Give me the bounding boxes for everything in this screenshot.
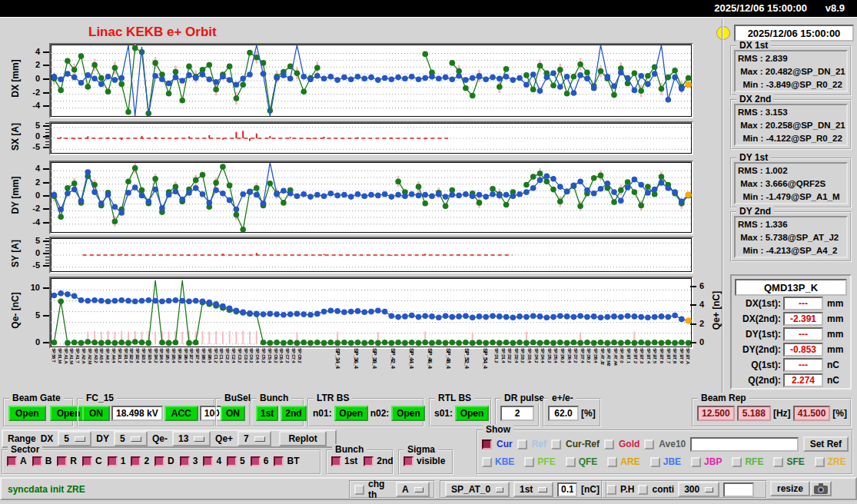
bunch-1st-button[interactable]: 1st (256, 406, 278, 421)
rtl-s01-button[interactable]: Open (455, 406, 489, 421)
show-ave10-checkbox[interactable] (644, 439, 654, 449)
bunch-1st-checkbox[interactable] (331, 456, 341, 466)
range-dy-label: DY (96, 433, 109, 444)
sector-a-checkbox[interactable] (7, 456, 17, 466)
bpm-x-label: SP_BT_7 (666, 348, 671, 391)
show-sfe-checkbox[interactable] (773, 457, 783, 467)
bunch-group: Bunch 1st2nd (251, 398, 304, 427)
bpm-x-label: SP_B3_2 (141, 348, 146, 391)
show-kbe-item: KBE (482, 456, 514, 467)
bpm-select[interactable]: SP_AT_0 (445, 482, 510, 497)
replot-button[interactable]: Replot (279, 431, 327, 446)
chg-th-checkbox[interactable] (354, 485, 364, 495)
status-message: syncdata init ZRE (8, 484, 85, 495)
bunch-select[interactable]: 1st (513, 482, 553, 497)
sector-1-checkbox[interactable] (108, 456, 118, 466)
fc15-acc-button[interactable]: ACC (164, 406, 198, 421)
range-qep-select[interactable]: 7 (238, 431, 271, 446)
sector-3-checkbox[interactable] (180, 456, 190, 466)
axis-tick-label: 0 (35, 248, 40, 257)
ph-checkbox[interactable] (606, 485, 616, 495)
ltr-n01-button[interactable]: Open (334, 406, 368, 421)
axis-tick-mark (43, 65, 49, 66)
show-qfe-checkbox[interactable] (566, 457, 576, 467)
resize-button[interactable]: resize (770, 481, 810, 496)
axis-tick-label: 0 (699, 337, 704, 346)
bpm-x-label: SP_D7_4 (580, 348, 585, 391)
conti-checkbox[interactable] (638, 485, 648, 495)
show-pfe-checkbox[interactable] (524, 457, 534, 467)
sector-c-checkbox[interactable] (82, 456, 92, 466)
show-jbe-checkbox[interactable] (650, 457, 660, 467)
sector-r-checkbox[interactable] (57, 456, 67, 466)
set-ref-button[interactable]: Set Ref (803, 436, 849, 452)
axis-tick-mark (43, 315, 49, 317)
bpm-x-label: SP_BT_1 (626, 348, 631, 391)
show-ref-checkbox[interactable] (517, 439, 527, 449)
axis-tick-mark (43, 208, 49, 210)
bpm-x-label: SP_D4_4 (540, 348, 545, 391)
chg-th-panel: chg th A (349, 480, 435, 499)
show-zre-checkbox[interactable] (815, 457, 825, 467)
show-qfe-label: QFE (579, 456, 598, 467)
bpm-x-label: SP_58_T (51, 348, 56, 391)
sigma-visible-checkbox[interactable] (404, 456, 414, 466)
threshold-input[interactable] (557, 482, 577, 497)
bpm-name[interactable]: QMD13P_K (735, 279, 847, 296)
show-rfe-checkbox[interactable] (732, 457, 742, 467)
show-are-checkbox[interactable] (607, 457, 617, 467)
bpm-x-label: SP_38_4 (372, 348, 377, 391)
show-gold-checkbox[interactable] (604, 439, 614, 449)
bpm-monitor-panel: QMD13P_K DX(1st):---mm DX(2nd):-2.391mm … (730, 274, 852, 390)
range-dy-select[interactable]: 5 (114, 431, 148, 446)
bpm-x-label: SP_D4_2 (533, 348, 539, 391)
show-kbe-checkbox[interactable] (482, 457, 492, 467)
titlebar-datetime: 2025/12/06 15:00:00 (714, 2, 807, 14)
fc15-on-button[interactable]: ON (82, 406, 110, 421)
bunch-2nd-checkbox[interactable] (364, 456, 374, 466)
show-ref-label: Ref (532, 439, 546, 449)
bunch-2nd-button[interactable]: 2nd (281, 406, 306, 421)
range-qem-select[interactable]: 13 (172, 431, 211, 446)
beam-gate-1-button[interactable]: Open (8, 406, 46, 421)
main-panel: Linac KEKB e+ Orbit 2025/12/06 15:00:00 … (0, 17, 857, 504)
status-lamp (716, 26, 730, 40)
bpm-x-label: SP_B8_4 (207, 348, 212, 391)
busel-on-button[interactable]: ON (221, 406, 245, 421)
axis-tick-mark (43, 287, 49, 289)
bpm-x-label: SP_D5_2 (546, 348, 552, 391)
ltr-n02-button[interactable]: Open (391, 406, 425, 421)
axis-tick-mark (43, 92, 49, 94)
show-cur-checkbox[interactable] (482, 439, 492, 449)
threshold-select[interactable]: A (396, 482, 430, 497)
app-window: 2025/12/06 15:00:00 v8.9 Linac KEKB e+ O… (0, 0, 857, 504)
group-label: DX 1st (736, 40, 771, 51)
camera-button[interactable] (810, 481, 832, 496)
sector-5-checkbox[interactable] (227, 456, 237, 466)
monitor-row: DY(2nd):-0.853mm (733, 342, 849, 357)
bpm-x-label: SP_D3_2 (520, 348, 525, 391)
sector-c-item: C (82, 456, 102, 466)
fc15-group: FC_15 ON18.498 kVACC100 % (77, 398, 215, 427)
sector-2-checkbox[interactable] (131, 456, 141, 466)
sector-6-checkbox[interactable] (251, 456, 261, 466)
ref-name-input[interactable] (690, 437, 798, 452)
spare-input[interactable] (723, 482, 754, 497)
n02-label: n02: (370, 408, 390, 419)
sector-bt-checkbox[interactable] (274, 456, 284, 466)
bpm-x-label: SP_C5_2 (261, 348, 266, 391)
sector-5-item: 5 (227, 456, 245, 466)
dy-chart (49, 161, 693, 234)
rms-value: RMS : 1.002 (738, 164, 844, 177)
sector-d-checkbox[interactable] (154, 456, 164, 466)
sector-4-checkbox[interactable] (203, 456, 213, 466)
monitor-row: Q(1st):---nC (733, 357, 849, 373)
show-cur-ref-checkbox[interactable] (551, 439, 561, 449)
range-dx-select[interactable]: 5 (58, 431, 91, 446)
sector-b-checkbox[interactable] (32, 456, 42, 466)
charge-chart (49, 277, 693, 349)
bpm-x-label: SP_BT_A (685, 348, 690, 391)
divider (722, 19, 723, 397)
points-select[interactable]: 300 (678, 482, 719, 497)
show-jbp-checkbox[interactable] (691, 457, 701, 467)
